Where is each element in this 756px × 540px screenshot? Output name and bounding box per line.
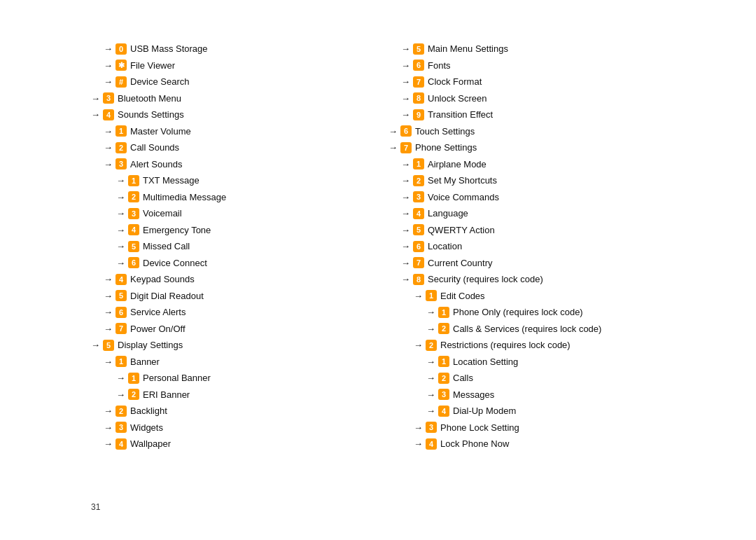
list-item: →2Set My Shortcuts — [388, 174, 686, 188]
item-label: Airplane Mode — [428, 158, 486, 172]
badge: 1 — [426, 290, 437, 301]
list-item: →3Voice Commands — [388, 191, 686, 205]
arrow-icon: → — [401, 75, 410, 89]
arrow-icon: → — [426, 404, 435, 418]
list-item: →4Sounds Settings — [91, 108, 388, 122]
arrow-icon: → — [401, 256, 410, 270]
list-item: →7Current Country — [388, 256, 686, 270]
item-label: Calls & Services (requires lock code) — [453, 322, 601, 336]
list-item: →1Edit Codes — [388, 289, 686, 303]
list-item: →7Power On/Off — [91, 322, 388, 336]
item-label: Multimedia Message — [143, 191, 226, 205]
list-item: →4Language — [388, 207, 686, 221]
badge: 1 — [115, 356, 127, 367]
list-item: →6Fonts — [388, 59, 686, 73]
list-item: →5Main Menu Settings — [388, 42, 686, 56]
item-label: File Viewer — [130, 59, 175, 73]
badge: 1 — [128, 175, 139, 186]
item-label: Restrictions (requires lock code) — [440, 338, 570, 352]
arrow-icon: → — [116, 256, 125, 270]
badge: 3 — [115, 158, 127, 169]
badge: 8 — [413, 274, 424, 285]
list-item: →1Phone Only (requires lock code) — [388, 305, 686, 319]
arrow-icon: → — [401, 108, 410, 122]
arrow-icon: → — [116, 240, 125, 254]
item-label: Phone Settings — [415, 141, 477, 155]
page: →0USB Mass Storage→✱File Viewer→#Device … — [0, 0, 756, 540]
badge: 9 — [413, 109, 424, 120]
badge: 7 — [413, 76, 424, 88]
arrow-icon: → — [401, 223, 410, 237]
list-item: →3Messages — [388, 388, 686, 402]
arrow-icon: → — [401, 207, 410, 221]
badge: 2 — [115, 406, 127, 417]
badge: 2 — [413, 175, 424, 186]
page-number: 31 — [91, 502, 686, 512]
item-label: Keypad Sounds — [130, 272, 195, 286]
arrow-icon: → — [116, 223, 125, 237]
badge: 3 — [438, 389, 449, 400]
item-label: Device Search — [130, 75, 190, 89]
list-item: →2Restrictions (requires lock code) — [388, 338, 686, 352]
list-item: →5QWERTY Action — [388, 223, 686, 237]
badge: 1 — [438, 307, 449, 318]
arrow-icon: → — [116, 207, 125, 221]
item-label: Current Country — [428, 256, 492, 270]
badge: 3 — [103, 92, 114, 104]
badge: 4 — [128, 224, 139, 235]
arrow-icon: → — [401, 59, 410, 73]
badge: 0 — [115, 43, 127, 55]
badge: 5 — [103, 340, 114, 351]
arrow-icon: → — [426, 322, 435, 336]
item-label: Missed Call — [143, 240, 190, 254]
item-label: Bluetooth Menu — [118, 92, 181, 106]
badge: 3 — [115, 422, 127, 433]
item-label: Security (requires lock code) — [428, 272, 543, 286]
list-item: →2ERI Banner — [91, 388, 388, 402]
item-label: Phone Only (requires lock code) — [453, 305, 583, 319]
badge: 2 — [128, 389, 139, 400]
list-item: →4Keypad Sounds — [91, 272, 388, 286]
badge: 5 — [413, 43, 424, 55]
arrow-icon: → — [401, 42, 410, 56]
arrow-icon: → — [104, 305, 113, 319]
item-label: Edit Codes — [440, 289, 485, 303]
arrow-icon: → — [116, 388, 125, 402]
badge: 5 — [413, 224, 424, 235]
list-item: →1Personal Banner — [91, 371, 388, 385]
list-item: →1Master Volume — [91, 125, 388, 139]
arrow-icon: → — [401, 158, 410, 172]
badge: 4 — [115, 274, 127, 285]
list-item: →3Voicemail — [91, 207, 388, 221]
list-item: →7Phone Settings — [388, 141, 686, 155]
badge: # — [115, 76, 127, 88]
arrow-icon: → — [104, 125, 113, 139]
badge: 8 — [413, 92, 424, 104]
arrow-icon: → — [104, 75, 113, 89]
badge: 6 — [413, 60, 424, 71]
arrow-icon: → — [426, 305, 435, 319]
arrow-icon: → — [426, 388, 435, 402]
badge: 3 — [413, 191, 424, 202]
arrow-icon: → — [414, 421, 423, 435]
item-label: Digit Dial Readout — [130, 289, 204, 303]
list-item: →3Phone Lock Setting — [388, 421, 686, 435]
arrow-icon: → — [104, 289, 113, 303]
item-label: Master Volume — [130, 125, 191, 139]
list-item: →2Call Sounds — [91, 141, 388, 155]
list-item: →2Calls — [388, 371, 686, 385]
list-item: →5Digit Dial Readout — [91, 289, 388, 303]
arrow-icon: → — [401, 92, 410, 106]
list-item: →6Touch Settings — [388, 125, 686, 139]
item-label: TXT Message — [143, 174, 200, 188]
list-item: →3Widgets — [91, 421, 388, 435]
item-label: QWERTY Action — [428, 223, 495, 237]
arrow-icon: → — [104, 272, 113, 286]
list-item: →1Airplane Mode — [388, 158, 686, 172]
badge: 5 — [115, 290, 127, 301]
badge: 6 — [128, 257, 139, 268]
arrow-icon: → — [91, 338, 100, 352]
list-item: →5Display Settings — [91, 338, 388, 352]
item-label: Main Menu Settings — [428, 42, 508, 56]
list-item: →6Device Connect — [91, 256, 388, 270]
